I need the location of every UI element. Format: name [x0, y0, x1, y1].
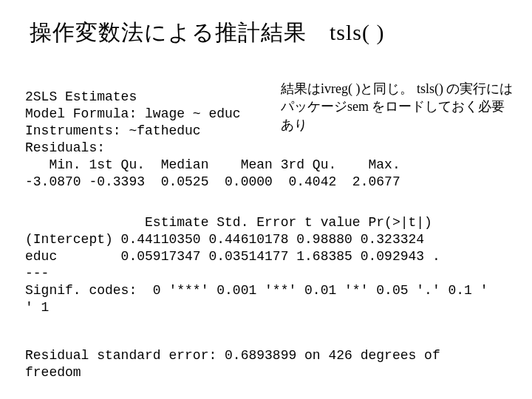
output-footer-block: Residual standard error: 0.6893899 on 42… — [25, 347, 440, 381]
output-header-block: 2SLS Estimates Model Formula: lwage ~ ed… — [25, 89, 400, 191]
output-coef-block: Estimate Std. Error t value Pr(>|t|) (In… — [25, 214, 488, 316]
slide-title: 操作変数法による推計結果 tsls( ) — [30, 18, 385, 48]
